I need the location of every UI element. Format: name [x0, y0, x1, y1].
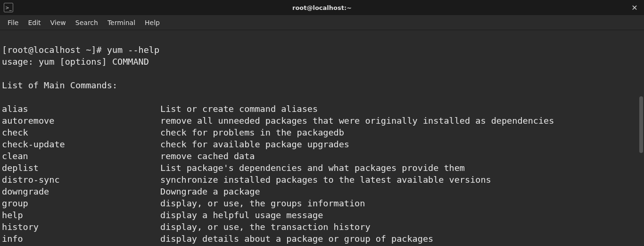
command-desc: check for problems in the packagedb	[160, 127, 344, 138]
command-name: autoremove	[2, 115, 160, 127]
command-name: alias	[2, 103, 160, 115]
command-row: infodisplay details about a package or g…	[2, 233, 642, 245]
command-desc: display, or use, the transaction history	[160, 221, 371, 233]
command-row: groupdisplay, or use, the groups informa…	[2, 197, 642, 209]
command-desc: Downgrade a package	[160, 186, 260, 197]
command-row: distro-syncsynchronize installed package…	[2, 174, 642, 186]
commands-heading: List of Main Commands:	[2, 80, 117, 90]
command-desc: display, or use, the groups information	[160, 197, 365, 209]
command-desc: List or create command aliases	[160, 103, 318, 115]
terminal-output[interactable]: [root@localhost ~]# yum --help usage: yu…	[0, 30, 644, 246]
command-desc: check for available package upgrades	[160, 138, 349, 150]
menu-help[interactable]: Help	[140, 16, 165, 29]
command-desc: remove cached data	[160, 150, 255, 162]
command-name: info	[2, 233, 160, 245]
command-row: historydisplay, or use, the transaction …	[2, 221, 642, 233]
menu-edit[interactable]: Edit	[23, 16, 45, 29]
command-row: autoremoveremove all unneeded packages t…	[2, 115, 642, 127]
menu-file[interactable]: File	[3, 16, 23, 29]
command-list: aliasList or create command aliasesautor…	[2, 103, 642, 246]
titlebar: >_ root@localhost:~ ✕	[0, 0, 644, 15]
command-desc: List package's dependencies and what pac…	[160, 162, 465, 174]
command-name: history	[2, 221, 160, 233]
entered-command: yum --help	[107, 45, 159, 55]
command-desc: display a helpful usage message	[160, 209, 323, 221]
terminal-app-icon: >_	[4, 3, 13, 12]
command-name: check-update	[2, 138, 160, 150]
command-name: deplist	[2, 162, 160, 174]
menu-search[interactable]: Search	[71, 16, 103, 29]
command-name: distro-sync	[2, 174, 160, 186]
window-title: root@localhost:~	[292, 4, 352, 11]
scrollbar-thumb[interactable]	[639, 96, 643, 153]
menubar: File Edit View Search Terminal Help	[0, 15, 644, 30]
close-icon[interactable]: ✕	[629, 3, 640, 12]
command-row: check-updatecheck for available package …	[2, 138, 642, 150]
menu-terminal[interactable]: Terminal	[103, 16, 140, 29]
command-row: aliasList or create command aliases	[2, 103, 642, 115]
command-name: downgrade	[2, 186, 160, 197]
command-desc: remove all unneeded packages that were o…	[160, 115, 554, 127]
command-row: deplistList package's dependencies and w…	[2, 162, 642, 174]
command-name: check	[2, 127, 160, 138]
usage-line: usage: yum [options] COMMAND	[2, 57, 149, 67]
prompt: [root@localhost ~]#	[2, 45, 107, 55]
command-row: cleanremove cached data	[2, 150, 642, 162]
menu-view[interactable]: View	[46, 16, 71, 29]
command-name: clean	[2, 150, 160, 162]
command-row: downgradeDowngrade a package	[2, 186, 642, 197]
command-desc: display details about a package or group…	[160, 233, 433, 245]
command-desc: synchronize installed packages to the la…	[160, 174, 491, 186]
command-row: checkcheck for problems in the packagedb	[2, 127, 642, 138]
command-row: helpdisplay a helpful usage message	[2, 209, 642, 221]
command-name: group	[2, 197, 160, 209]
command-name: help	[2, 209, 160, 221]
